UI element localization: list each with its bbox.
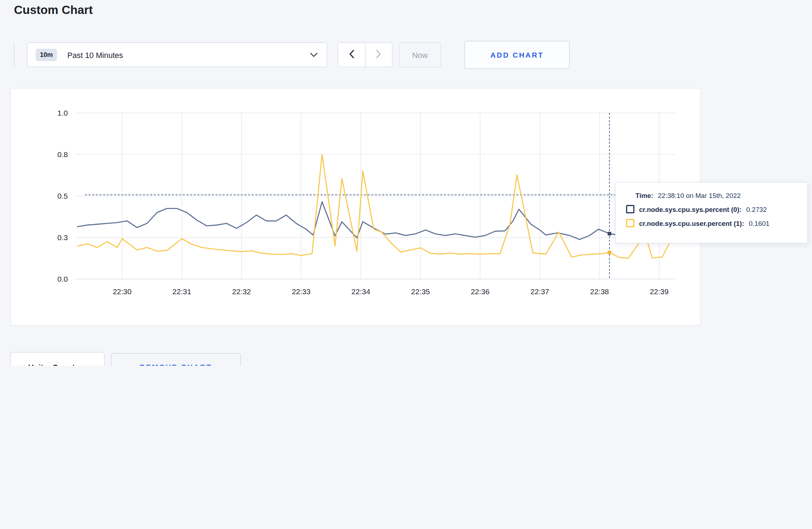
x-tick-label: 22:32 — [232, 287, 251, 296]
series-line — [77, 202, 671, 239]
tooltip-time: Time:22:38:10 on Mar 15th, 2022 — [635, 191, 807, 199]
now-button[interactable]: Now — [399, 43, 441, 67]
chart-card: 0.00.30.50.81.022:3022:3122:3222:3322:34… — [10, 88, 701, 326]
time-range-select[interactable]: 10m Past 10 Minutes — [27, 43, 327, 67]
tooltip-series-value: 0.2732 — [746, 205, 767, 213]
next-window-button[interactable] — [365, 43, 392, 67]
time-window-nav — [338, 43, 392, 67]
tooltip-series-label: cr.node.sys.cpu.sys.percent (0): — [639, 205, 741, 213]
series-swatch-sys — [626, 205, 634, 213]
series-line — [77, 154, 671, 258]
chart-tooltip: Time:22:38:10 on Mar 15th, 2022 cr.node.… — [615, 182, 808, 243]
tooltip-series-row: cr.node.sys.cpu.sys.percent (0): 0.2732 — [626, 205, 807, 213]
y-tick-label: 0.3 — [57, 233, 68, 242]
x-tick-label: 22:36 — [471, 287, 489, 296]
time-range-badge: 10m — [36, 49, 57, 61]
tooltip-series-row: cr.node.sys.cpu.user.percent (1): 0.1601 — [626, 219, 807, 227]
y-tick-label: 0.0 — [57, 275, 68, 283]
y-tick-label: 0.8 — [57, 150, 68, 159]
prev-window-button[interactable] — [338, 43, 366, 67]
chevron-right-icon — [376, 49, 381, 60]
units-label: Units: Count — [28, 363, 75, 366]
chevron-left-icon — [349, 49, 354, 60]
x-tick-label: 22:30 — [113, 287, 131, 296]
crosshair-dot — [608, 251, 611, 254]
x-tick-label: 22:35 — [411, 287, 430, 296]
chevron-down-icon — [310, 50, 317, 59]
x-tick-label: 22:38 — [590, 287, 609, 296]
x-tick-label: 22:34 — [352, 287, 371, 296]
x-tick-label: 22:39 — [650, 287, 668, 296]
series-swatch-user — [626, 219, 634, 227]
tooltip-time-value: 22:38:10 on Mar 15th, 2022 — [658, 191, 741, 199]
y-tick-label: 0.5 — [57, 192, 68, 200]
chevron-down-icon — [81, 363, 87, 366]
remove-chart-button[interactable]: REMOVE CHART — [111, 353, 241, 366]
y-tick-label: 1.0 — [57, 109, 68, 117]
units-select[interactable]: Units: Count — [10, 352, 105, 366]
x-tick-label: 22:31 — [173, 287, 191, 296]
line-chart[interactable]: 0.00.30.50.81.022:3022:3122:3222:3322:34… — [11, 88, 700, 325]
toolbar-divider — [14, 43, 14, 67]
tooltip-series-value: 0.1601 — [749, 219, 770, 227]
page-title: Custom Chart — [14, 3, 93, 17]
tooltip-time-label: Time: — [635, 191, 653, 199]
x-tick-label: 22:37 — [531, 287, 549, 296]
tooltip-series-label: cr.node.sys.cpu.user.percent (1): — [639, 219, 744, 227]
custom-chart-page: Custom Chart 10m Past 10 Minutes Now ADD… — [0, 0, 812, 366]
crosshair-dot — [608, 232, 611, 236]
add-chart-button[interactable]: ADD CHART — [464, 41, 570, 69]
x-tick-label: 22:33 — [292, 287, 310, 296]
time-range-label: Past 10 Minutes — [67, 50, 123, 59]
